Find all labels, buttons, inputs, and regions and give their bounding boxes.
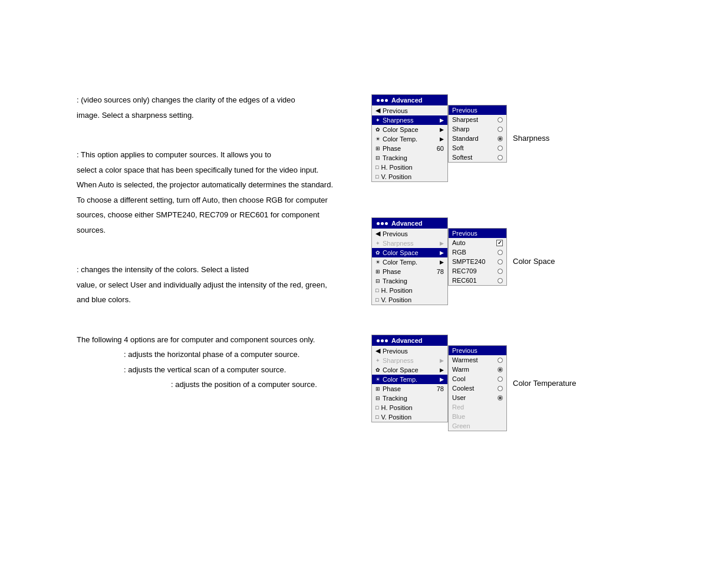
sub-item-soft[interactable]: Soft	[449, 143, 506, 153]
sub-menu-previous-label-3: Previous	[452, 347, 477, 354]
menu-header-2: Advanced	[372, 218, 447, 229]
menu-header-3: Advanced	[372, 335, 447, 346]
sub-item-user[interactable]: User	[449, 393, 506, 402]
colorspace-text-6: sources.	[77, 224, 365, 236]
menu-item-vpos-2[interactable]: □ V. Position	[372, 295, 447, 305]
warm-radio[interactable]	[498, 367, 503, 372]
rec601-label: REC601	[452, 277, 494, 284]
menu-item-colorspace-2[interactable]: ✿ Color Space ▶	[372, 248, 447, 257]
warm-label: Warm	[452, 366, 494, 373]
submenu-arrow-cs1: ▶	[440, 127, 444, 133]
menu-item-colortemp-2[interactable]: ☀ Color Temp. ▶	[372, 257, 447, 267]
menu-item-phase-3[interactable]: ⊞ Phase 78	[372, 384, 447, 394]
menu-panel-3[interactable]: Advanced ◀ Previous ✦ Sharpness ▶	[371, 335, 448, 422]
dot-8	[381, 339, 384, 342]
smpte240-label: SMPTE240	[452, 258, 494, 265]
blue-label: Blue	[452, 413, 503, 420]
dot-9	[385, 339, 388, 342]
hpos-icon-3: □	[375, 405, 378, 411]
soft-radio[interactable]	[498, 146, 503, 151]
menu-item-colortemp-3[interactable]: ☀ Color Temp. ▶	[372, 375, 447, 384]
sub-item-warmest[interactable]: Warmest	[449, 355, 506, 365]
menu-item-vpos-1[interactable]: □ V. Position	[372, 172, 447, 181]
rgb-label: RGB	[452, 249, 494, 256]
menu-item-colorspace-3[interactable]: ✿ Color Space ▶	[372, 365, 447, 375]
menu-item-sharpness-2[interactable]: ✦ Sharpness ▶	[372, 239, 447, 248]
sub-menu-panel-3[interactable]: Previous Warmest Warm Cool Coolest	[448, 345, 507, 431]
sub-item-auto[interactable]: Auto	[449, 238, 506, 247]
menu-item-hpos-3[interactable]: □ H. Position	[372, 403, 447, 412]
user-radio[interactable]	[498, 395, 503, 401]
standard-radio[interactable]	[498, 136, 503, 141]
tracking-icon-1: ⊟	[375, 155, 380, 161]
menu-item-previous-3[interactable]: ◀ Previous	[372, 346, 447, 356]
sub-item-sharpest[interactable]: Sharpest	[449, 115, 506, 124]
menu-panel-2[interactable]: Advanced ◀ Previous ✦ Sharpness ▶	[371, 217, 448, 305]
sharpest-radio[interactable]	[498, 117, 503, 123]
colorspace-text-3: When Auto is selected, the projector aut…	[77, 179, 365, 191]
rec709-radio[interactable]	[498, 269, 503, 274]
smpte240-radio[interactable]	[498, 259, 503, 265]
menu-item-phase-1[interactable]: ⊞ Phase 60	[372, 144, 447, 153]
sub-item-coolest[interactable]: Coolest	[449, 384, 506, 393]
sub-item-rgb[interactable]: RGB	[449, 247, 506, 257]
item-label-phase-3: Phase	[383, 385, 401, 392]
sub-menu-panel-1[interactable]: Previous Sharpest Sharp Standard Soft	[448, 105, 507, 163]
sub-menu-header-1[interactable]: Previous	[449, 105, 506, 115]
softest-radio[interactable]	[498, 155, 503, 160]
arrow-left-icon-2: ◀	[375, 230, 380, 237]
vpos-icon-2: □	[375, 297, 378, 303]
menu-item-sharpness-1[interactable]: ✦ Sharpness ▶	[372, 115, 447, 125]
sub-menu-header-3[interactable]: Previous	[449, 346, 506, 355]
sharpness-icon-1: ✦	[375, 117, 380, 123]
sub-menu-panel-2[interactable]: Previous Auto RGB SMPTE240 REC709	[448, 228, 507, 286]
coolest-label: Coolest	[452, 385, 494, 392]
menu-item-previous-2[interactable]: ◀ Previous	[372, 229, 447, 239]
colortemp-text-2: value, or select User and individually a…	[77, 279, 365, 291]
sub-item-sharp[interactable]: Sharp	[449, 124, 506, 134]
rgb-radio[interactable]	[498, 250, 503, 255]
sharp-radio[interactable]	[498, 127, 503, 132]
item-label-colortemp-3: Color Temp.	[383, 376, 417, 383]
sub-item-softest[interactable]: Softest	[449, 153, 506, 162]
colortemp-icon-1: ☀	[375, 136, 380, 142]
red-label: Red	[452, 404, 503, 411]
sub-item-standard[interactable]: Standard	[449, 134, 506, 143]
soft-label: Soft	[452, 144, 494, 151]
coolest-radio[interactable]	[498, 386, 503, 391]
menu-item-hpos-2[interactable]: □ H. Position	[372, 286, 447, 295]
sub-menu-header-2[interactable]: Previous	[449, 229, 506, 238]
colorspace-text-4: To choose a different setting, turn off …	[77, 194, 365, 206]
item-label-sharpness-2: Sharpness	[383, 240, 414, 247]
sub-item-rec709[interactable]: REC709	[449, 266, 506, 276]
sub-item-rec601[interactable]: REC601	[449, 276, 506, 285]
menu-item-tracking-1[interactable]: ⊟ Tracking	[372, 153, 447, 163]
hpos-text: : adjusts the position of a computer sou…	[171, 379, 365, 391]
menu-item-hpos-1[interactable]: □ H. Position	[372, 163, 447, 172]
menu-item-sharpness-3[interactable]: ✦ Sharpness ▶	[372, 356, 447, 365]
menu-item-vpos-3[interactable]: □ V. Position	[372, 412, 447, 422]
phase-icon-3: ⊞	[375, 386, 380, 392]
phase-value-1: 60	[437, 145, 444, 152]
item-label-tracking-1: Tracking	[383, 154, 407, 161]
menu-item-tracking-2[interactable]: ⊟ Tracking	[372, 276, 447, 286]
menu-item-colortemp-1[interactable]: ☀ Color Temp. ▶	[372, 134, 447, 144]
sub-item-cool[interactable]: Cool	[449, 374, 506, 384]
menu-item-colorspace-1[interactable]: ✿ Color Space ▶	[372, 125, 447, 134]
menu-item-tracking-3[interactable]: ⊟ Tracking	[372, 394, 447, 403]
rec601-radio[interactable]	[498, 278, 503, 283]
menu-panel-1[interactable]: Advanced ◀ Previous ✦ Sharpness ▶	[371, 94, 448, 182]
standard-label: Standard	[452, 135, 494, 142]
item-label-vpos-3: V. Position	[381, 414, 411, 421]
sub-item-warm[interactable]: Warm	[449, 365, 506, 374]
warmest-radio[interactable]	[498, 358, 503, 363]
auto-checkbox[interactable]	[496, 240, 503, 246]
text-block-colorspace: : This option applies to computer source…	[77, 149, 365, 236]
menu-item-previous-1[interactable]: ◀ Previous	[372, 105, 447, 115]
sub-item-smpte240[interactable]: SMPTE240	[449, 257, 506, 266]
menu-group-colortemp: Advanced ◀ Previous ✦ Sharpness ▶	[371, 335, 728, 431]
cool-radio[interactable]	[498, 376, 503, 382]
arrow-left-icon-3: ◀	[375, 347, 380, 355]
item-label-phase-2: Phase	[383, 268, 401, 275]
menu-item-phase-2[interactable]: ⊞ Phase 78	[372, 267, 447, 276]
